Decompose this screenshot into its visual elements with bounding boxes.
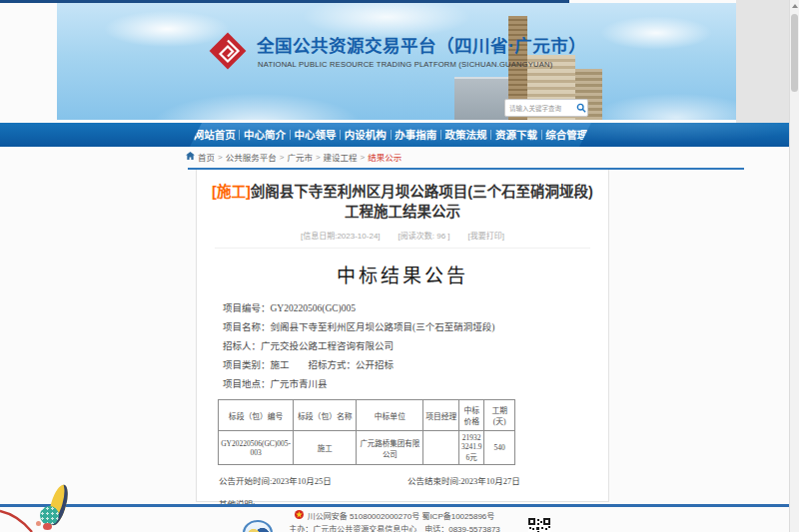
td-duration: 540 (484, 431, 515, 465)
meta-bar: [信息日期:2023-10-24] [阅读次数: 96 ] [我要打印] (215, 230, 590, 249)
footer-badge (243, 520, 273, 532)
th-project-manager: 项目经理 (423, 400, 459, 431)
scrollbar[interactable] (789, 0, 799, 532)
breadcrumb-item-home[interactable]: 首页 (198, 151, 215, 163)
qr-code (528, 518, 550, 532)
main-nav: 网站首页 中心简介 中心领导 内设机构 办事指南 政策法规 资源下载 综合管理 (0, 123, 789, 147)
nav-item-service-guide[interactable]: 办事指南 (392, 123, 440, 147)
scrollbar-thumb[interactable] (791, 14, 798, 92)
nav-item-departments[interactable]: 内设机构 (341, 123, 390, 147)
announcement-title: [施工]剑阁县下寺至利州区月坝公路项目(三个石至硝洞垭段)工程施工结果公示 (211, 182, 594, 222)
nav-item-center-leaders[interactable]: 中心领导 (291, 123, 340, 147)
category-tag: [施工] (212, 184, 251, 200)
th-winning-bidder: 中标单位 (357, 400, 423, 431)
decorative-red-curve (0, 497, 60, 532)
breadcrumb-separator: > (316, 153, 321, 162)
building-graphic (454, 77, 508, 120)
search-input[interactable] (505, 105, 574, 112)
site-title: 全国公共资源交易平台（四川省·广元市） (257, 32, 586, 57)
td-section-number: GY20220506(GC)005-003 (219, 431, 294, 465)
emblem-icon (295, 510, 304, 521)
meta-views: [阅读次数: 96 ] (399, 230, 450, 241)
host-text: 主办：广元市公共资源交易信息中心 电话：0839-5573873 (0, 523, 789, 532)
th-section-number: 标段（包）编号 (219, 400, 294, 431)
platform-logo-icon (205, 28, 251, 78)
detail-tenderee: 招标人：广元交投公路工程咨询有限公司 (223, 337, 608, 356)
breadcrumb-item-service-platform[interactable]: 公共服务平台 (226, 151, 277, 163)
th-bid-price: 中标价格 (459, 400, 484, 431)
scroll-up-button[interactable] (790, 0, 799, 12)
beian-text: 川公网安备 51080002000270号 蜀ICP备10025896号 (308, 510, 495, 521)
notice-heading: 中标结果公告 (197, 261, 608, 287)
th-section-name: 标段（包）名称 (294, 400, 357, 431)
nav-item-policies[interactable]: 政策法规 (441, 123, 490, 147)
announcement-panel: [施工]剑阁县下寺至利州区月坝公路项目(三个石至硝洞垭段)工程施工结果公示 [信… (196, 170, 609, 502)
breadcrumb-separator: > (361, 153, 366, 162)
project-details: 项目编号：GY20220506(GC)005 项目名称：剑阁县下寺至利州区月坝公… (223, 299, 608, 394)
detail-location: 项目地点：广元市青川县 (223, 375, 608, 394)
td-bid-price: 219323241.96元 (459, 431, 484, 465)
td-section-name: 施工 (294, 431, 357, 465)
meta-date: [信息日期:2023-10-24] (301, 230, 381, 241)
nav-item-center-intro[interactable]: 中心简介 (240, 123, 289, 147)
nav-menu: 网站首页 中心简介 中心领导 内设机构 办事指南 政策法规 资源下载 综合管理 (190, 123, 591, 147)
detail-category-and-method: 项目类别：施工 招标方式：公开招标 (223, 356, 608, 375)
site-banner: 全国公共资源交易平台（四川省·广元市） NATIONAL PUBLIC RESO… (57, 3, 736, 120)
breadcrumb-item-current: 结果公示 (368, 151, 401, 163)
page-right-margin (736, 0, 789, 123)
nav-item-management[interactable]: 综合管理 (542, 123, 591, 147)
search-box (504, 99, 588, 117)
page-footer: 川公网安备 51080002000270号 蜀ICP备10025896号 主办：… (0, 504, 789, 532)
breadcrumb-separator: > (218, 153, 223, 162)
td-project-manager (423, 431, 459, 465)
home-icon (186, 152, 195, 163)
detail-project-number: 项目编号：GY20220506(GC)005 (223, 299, 608, 318)
breadcrumb: 首页 > 公共服务平台 > 广元市 > 建设工程 > 结果公示 (186, 151, 401, 163)
notice-start-time: 公告开始时间:2023年10月25日 (219, 474, 332, 486)
notice-times: 公告开始时间:2023年10月25日 公告结束时间:2023年10月27日 (219, 474, 586, 486)
footer-beian-line: 川公网安备 51080002000270号 蜀ICP备10025896号 (0, 510, 789, 521)
detail-project-name: 项目名称：剑阁县下寺至利州区月坝公路项目(三个石至硝洞垭段) (223, 318, 608, 337)
breadcrumb-item-guangyuan[interactable]: 广元市 (287, 151, 313, 163)
table-row: GY20220506(GC)005-003 施工 广元路桥集团有限公司 2193… (219, 431, 515, 465)
print-link[interactable]: [我要打印] (468, 230, 504, 241)
notice-end-time: 公告结束时间:2023年10月27日 (407, 474, 520, 486)
table-header-row: 标段（包）编号 标段（包）名称 中标单位 项目经理 中标价格 工期(天) (219, 400, 515, 431)
search-icon[interactable] (574, 103, 587, 113)
site-subtitle: NATIONAL PUBLIC RESOURCE TRADING PLATFOR… (258, 60, 552, 69)
td-winning-bidder: 广元路桥集团有限公司 (357, 431, 423, 465)
th-duration: 工期(天) (484, 400, 515, 431)
announcement-title-text: 剑阁县下寺至利州区月坝公路项目(三个石至硝洞垭段)工程施工结果公示 (251, 184, 593, 220)
bid-result-table: 标段（包）编号 标段（包）名称 中标单位 项目经理 中标价格 工期(天) GY2… (218, 399, 515, 465)
nav-item-home[interactable]: 网站首页 (190, 123, 239, 147)
breadcrumb-separator: > (280, 153, 285, 162)
page: { "banner": { "title": "全国公共资源交易平台（四川省·广… (0, 0, 799, 532)
breadcrumb-item-construction[interactable]: 建设工程 (324, 151, 358, 163)
nav-item-downloads[interactable]: 资源下载 (491, 123, 540, 147)
